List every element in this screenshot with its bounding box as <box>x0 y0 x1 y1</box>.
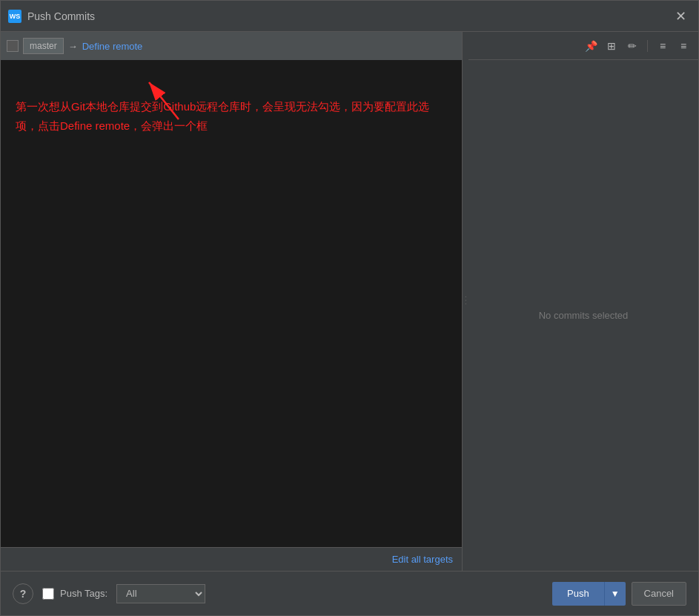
grid-icon: ⊞ <box>607 40 616 52</box>
title-bar: WS Push Commits ✕ <box>1 1 698 32</box>
no-commits-area: No commits selected <box>468 60 698 571</box>
no-commits-text: No commits selected <box>539 310 629 321</box>
push-commits-window: WS Push Commits ✕ master → Define remote <box>0 0 699 616</box>
close-button[interactable]: ✕ <box>670 6 691 27</box>
pin-icon: 📌 <box>585 40 597 52</box>
tags-select[interactable]: All None Annotated <box>116 584 205 603</box>
annotation-text: 第一次想从Git本地仓库提交到Github远程仓库时，会呈现无法勾选，因为要配置… <box>16 97 447 135</box>
left-panel: master → Define remote <box>1 32 463 571</box>
align-bottom-button[interactable]: ≡ <box>675 37 692 55</box>
pin-button[interactable]: 📌 <box>582 37 600 55</box>
toolbar-separator <box>647 40 648 52</box>
align-top-button[interactable]: ≡ <box>654 37 672 55</box>
cancel-button[interactable]: Cancel <box>632 582 686 606</box>
panel-divider[interactable]: ··· <box>463 32 468 571</box>
push-dropdown-button[interactable]: ▼ <box>604 582 626 606</box>
grid-button[interactable]: ⊞ <box>603 37 620 55</box>
help-button[interactable]: ? <box>13 583 33 604</box>
right-panel: 📌 ⊞ ✏ ≡ ≡ No commits selected <box>468 32 698 571</box>
bottom-bar: ? Push Tags: All None Annotated Push ▼ C… <box>1 571 698 615</box>
align-top-icon: ≡ <box>660 40 666 52</box>
edit-button[interactable]: ✏ <box>623 37 641 55</box>
push-tags-checkbox[interactable] <box>42 588 54 600</box>
push-tags-label: Push Tags: <box>42 588 107 600</box>
edit-icon: ✏ <box>628 40 637 52</box>
right-toolbar: 📌 ⊞ ✏ ≡ ≡ <box>468 32 698 60</box>
window-title: Push Commits <box>27 10 95 22</box>
push-dropdown-arrow-icon: ▼ <box>611 589 620 599</box>
edit-all-targets-bar: Edit all targets <box>1 547 462 571</box>
ws-app-icon: WS <box>8 10 21 23</box>
align-bottom-icon: ≡ <box>680 40 686 52</box>
main-content: master → Define remote <box>1 32 698 571</box>
push-tags-text: Push Tags: <box>60 588 107 599</box>
bottom-left: ? Push Tags: All None Annotated <box>13 583 205 604</box>
branch-arrow: → <box>68 41 78 52</box>
annotation-area: 第一次想从Git本地仓库提交到Github远程仓库时，会呈现无法勾选，因为要配置… <box>1 60 462 547</box>
push-button[interactable]: Push <box>552 582 604 606</box>
title-bar-left: WS Push Commits <box>8 10 95 23</box>
branch-bar: master → Define remote <box>1 32 462 60</box>
edit-all-targets-link[interactable]: Edit all targets <box>392 554 453 565</box>
branch-name-button[interactable]: master <box>23 38 64 54</box>
branch-checkbox[interactable] <box>7 40 19 52</box>
bottom-right: Push ▼ Cancel <box>552 582 686 606</box>
define-remote-link[interactable]: Define remote <box>82 41 143 52</box>
